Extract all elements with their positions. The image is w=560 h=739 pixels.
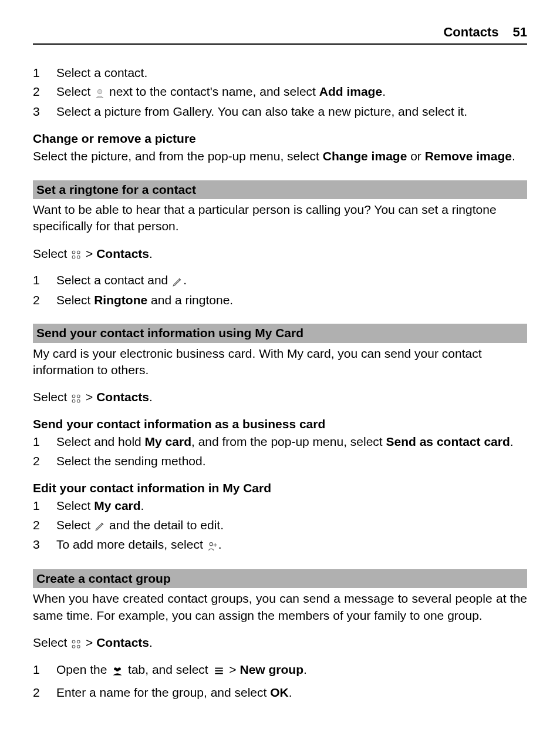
step-text: Open the tab, and select > New group.: [56, 661, 527, 679]
step-text: Select Ringtone and a ringtone.: [56, 292, 527, 308]
step-text: Select next to the contact's name, and s…: [56, 83, 527, 101]
group-steps: 1 Open the tab, and select > New group. …: [33, 661, 527, 701]
step-text: Select a contact.: [56, 65, 527, 81]
step-number: 1: [33, 661, 56, 679]
apps-icon: [71, 390, 82, 407]
text-fragment: >: [86, 636, 96, 649]
step-number: 1: [33, 272, 56, 290]
step-text: Select the sending method.: [56, 453, 527, 469]
text-fragment: .: [149, 390, 153, 404]
step-number: 2: [33, 517, 56, 535]
step-text: To add more details, select .: [56, 536, 527, 554]
list-item: 2 Select and the detail to edit.: [33, 517, 527, 535]
manual-page: Contacts 51 1 Select a contact. 2 Select…: [0, 0, 560, 739]
gray-heading: Create a contact group: [33, 569, 527, 588]
section-heading: Change or remove a picture: [33, 130, 527, 147]
step-number: 1: [33, 434, 56, 450]
text-fragment: >: [86, 390, 96, 404]
list-item: 1 Select and hold My card, and from the …: [33, 434, 527, 450]
text-fragment: , and from the pop-up menu, select: [191, 435, 386, 448]
bold-text: Ringtone: [94, 293, 147, 307]
text-fragment: Select the picture, and from the pop-up …: [33, 149, 323, 163]
text-fragment: .: [183, 273, 187, 287]
bold-text: New group: [239, 663, 303, 676]
list-item: 3 Select a picture from Gallery. You can…: [33, 103, 527, 120]
bold-text: Contacts: [96, 247, 149, 260]
bold-text: My card: [94, 499, 140, 512]
step-text: Select and the detail to edit.: [56, 517, 527, 535]
text-fragment: .: [218, 538, 222, 551]
step-number: 2: [33, 83, 56, 101]
text-fragment: Select: [33, 247, 70, 260]
text-fragment: .: [382, 85, 386, 98]
avatar-icon: [95, 84, 105, 100]
pencil-icon: [172, 273, 183, 290]
list-item: 1 Select My card.: [33, 498, 527, 514]
text-fragment: To add more details, select: [56, 538, 207, 551]
list-item: 1 Select a contact and .: [33, 272, 527, 290]
paragraph: Select the picture, and from the pop-up …: [33, 148, 527, 164]
text-fragment: >: [229, 663, 239, 676]
top-steps: 1 Select a contact. 2 Select next to the…: [33, 65, 527, 120]
bold-text: Contacts: [96, 636, 149, 649]
header-title: Contacts: [443, 23, 498, 41]
text-fragment: Select: [33, 636, 70, 649]
bold-text: Remove image: [425, 149, 512, 163]
text-fragment: .: [141, 499, 144, 512]
text-fragment: .: [303, 663, 307, 676]
add-detail-icon: [207, 538, 218, 554]
list-item: 3 To add more details, select .: [33, 536, 527, 554]
step-number: 3: [33, 536, 56, 554]
text-fragment: and the detail to edit.: [109, 518, 224, 532]
text-fragment: Select a contact and: [56, 273, 171, 287]
edit-card-steps: 1 Select My card. 2 Select and the detai…: [33, 498, 527, 554]
list-item: 1 Select a contact.: [33, 65, 527, 81]
bold-text: Contacts: [96, 390, 149, 404]
text-fragment: and a ringtone.: [151, 293, 233, 307]
bold-text: OK: [270, 686, 289, 699]
apps-icon: [71, 246, 82, 263]
step-text: Select a picture from Gallery. You can a…: [56, 103, 527, 120]
text-fragment: next to the contact's name, and select: [109, 85, 319, 98]
list-item: 2 Select next to the contact's name, and…: [33, 83, 527, 101]
text-fragment: Enter a name for the group, and select: [56, 686, 270, 699]
text-fragment: Open the: [56, 663, 110, 676]
step-number: 2: [33, 453, 56, 469]
section-heading: Edit your contact information in My Card: [33, 480, 527, 496]
paragraph: My card is your electronic business card…: [33, 345, 527, 379]
ringtone-steps: 1 Select a contact and . 2 Select Ringto…: [33, 272, 527, 308]
page-number: 51: [513, 23, 527, 41]
step-number: 2: [33, 684, 56, 701]
menu-icon: [212, 662, 225, 678]
apps-icon: [71, 635, 82, 651]
text-fragment: Select: [56, 518, 94, 532]
text-fragment: or: [410, 149, 425, 163]
list-item: 2 Select Ringtone and a ringtone.: [33, 292, 527, 308]
step-text: Select a contact and .: [56, 272, 527, 290]
gray-heading: Set a ringtone for a contact: [33, 180, 527, 199]
text-fragment: Select: [56, 293, 94, 307]
text-fragment: Select: [56, 499, 94, 512]
text-fragment: .: [149, 247, 153, 260]
text-fragment: .: [149, 636, 153, 649]
text-fragment: .: [289, 686, 292, 699]
bold-text: My card: [145, 435, 191, 448]
bold-text: Change image: [323, 149, 407, 163]
text-fragment: Select: [33, 390, 70, 404]
pencil-icon: [95, 518, 105, 534]
text-fragment: Select and hold: [56, 435, 145, 448]
step-text: Select and hold My card, and from the po…: [56, 434, 527, 450]
paragraph: Select > Contacts.: [33, 634, 527, 652]
bold-text: Add image: [319, 85, 382, 98]
bold-text: Send as contact card: [386, 435, 510, 448]
step-number: 1: [33, 65, 56, 81]
text-fragment: .: [512, 149, 515, 163]
text-fragment: tab, and select: [128, 663, 211, 676]
step-text: Enter a name for the group, and select O…: [56, 684, 527, 701]
gray-heading: Send your contact information using My C…: [33, 324, 527, 342]
paragraph: Select > Contacts.: [33, 246, 527, 263]
send-biz-steps: 1 Select and hold My card, and from the …: [33, 434, 527, 469]
paragraph: Want to be able to hear that a particula…: [33, 201, 527, 235]
step-number: 2: [33, 292, 56, 308]
step-number: 1: [33, 498, 56, 514]
